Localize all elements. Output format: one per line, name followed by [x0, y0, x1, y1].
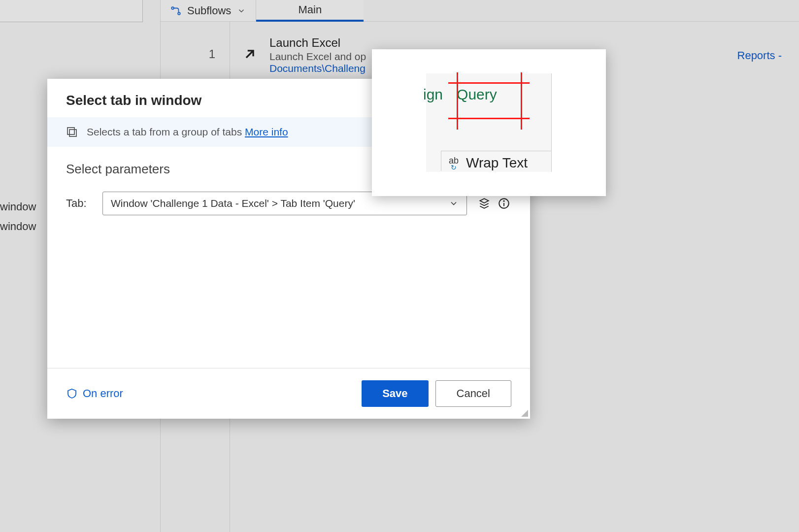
on-error-button[interactable]: On error [66, 387, 123, 400]
tab-main-label: Main [298, 3, 322, 16]
chevron-down-icon [237, 6, 246, 15]
svg-rect-2 [67, 128, 74, 134]
svg-point-6 [503, 200, 504, 201]
highlight-line [457, 72, 458, 130]
subflows-label: Subflows [187, 4, 231, 17]
shield-icon [66, 387, 78, 400]
side-truncated-text: window window [0, 197, 36, 236]
element-preview-popup: ign Query ab ↻ Wrap Text [372, 49, 606, 196]
svg-point-0 [171, 7, 174, 9]
more-info-link[interactable]: More info [245, 126, 288, 137]
preview-wrap-text-row: ab ↻ Wrap Text [441, 151, 552, 171]
save-button[interactable]: Save [362, 380, 428, 407]
preview-tab-partial: ign [423, 86, 443, 103]
ui-element-picker-icon[interactable] [478, 197, 491, 210]
step-title: Launch Excel [269, 36, 799, 50]
chevron-down-icon [449, 199, 459, 208]
bg-toolbar: Subflows Main [160, 0, 799, 22]
reports-link[interactable]: Reports - [737, 49, 782, 62]
info-icon[interactable] [498, 197, 510, 210]
subflows-dropdown[interactable]: Subflows [160, 0, 256, 22]
wrap-text-icon: ab ↻ [446, 157, 461, 171]
tab-main[interactable]: Main [256, 0, 364, 22]
side-line-2: window [0, 217, 36, 236]
param-label-tab: Tab: [66, 197, 92, 210]
dialog-description-text: Selects a tab from a group of tabs [87, 126, 242, 137]
highlight-line [521, 72, 522, 130]
side-line-1: window [0, 197, 36, 217]
highlight-line [448, 82, 530, 84]
launch-arrow-icon [230, 46, 269, 63]
step-number: 1 [160, 47, 230, 61]
dialog-footer: On error Save Cancel [47, 368, 530, 419]
tab-selector-value: Window 'Challenge 1 Data - Excel' > Tab … [111, 198, 355, 209]
preview-tab-query: Query [457, 86, 497, 103]
bg-panel-box [0, 0, 143, 22]
tabs-icon [66, 126, 78, 138]
svg-point-1 [178, 12, 180, 15]
preview-snapshot: ign Query ab ↻ Wrap Text [426, 73, 552, 172]
highlight-line [448, 118, 530, 119]
cancel-button[interactable]: Cancel [435, 380, 511, 407]
subflows-icon [170, 5, 181, 16]
wrap-text-label: Wrap Text [466, 155, 528, 171]
svg-rect-3 [69, 130, 76, 136]
on-error-label: On error [83, 387, 123, 400]
resize-grip[interactable] [520, 409, 528, 417]
